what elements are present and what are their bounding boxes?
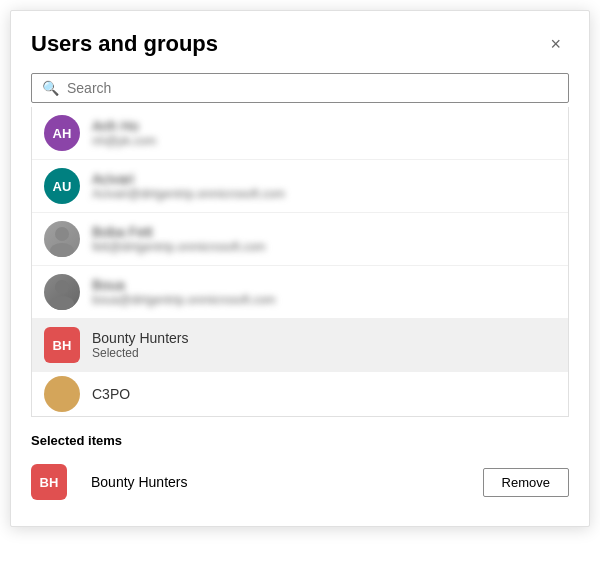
item-email: fett@dirtgentrip.onmicrosoft.com	[92, 240, 266, 254]
user-silhouette	[44, 221, 80, 257]
avatar: BH	[44, 327, 80, 363]
selected-items-title: Selected items	[31, 433, 569, 448]
search-input[interactable]	[67, 80, 558, 96]
svg-point-1	[50, 243, 74, 257]
item-info: Anh Ho nh@pk.com	[92, 118, 156, 148]
users-groups-dialog: Users and groups × 🔍 AH Anh Ho nh@pk.com…	[10, 10, 590, 527]
avatar-photo	[44, 274, 80, 310]
avatar: AU	[44, 168, 80, 204]
close-button[interactable]: ×	[542, 31, 569, 57]
dialog-header: Users and groups ×	[31, 31, 569, 57]
selected-item-row: BH Bounty Hunters Remove	[31, 458, 569, 506]
svg-point-0	[55, 227, 69, 241]
item-name: Boua	[92, 277, 276, 293]
selected-avatar: BH	[31, 464, 67, 500]
item-name: C3PO	[92, 386, 130, 402]
svg-point-3	[50, 296, 74, 310]
item-info: Boua boua@dirtgentrip.onmicrosoft.com	[92, 277, 276, 307]
selected-item-name: Bounty Hunters	[91, 474, 483, 490]
svg-point-2	[55, 280, 69, 294]
selected-items-section: Selected items BH Bounty Hunters Remove	[31, 433, 569, 506]
list-item[interactable]: Boba Fett fett@dirtgentrip.onmicrosoft.c…	[32, 213, 568, 266]
item-name: Bounty Hunters	[92, 330, 189, 346]
item-name: Acivari	[92, 171, 285, 187]
list-item[interactable]: AH Anh Ho nh@pk.com	[32, 107, 568, 160]
avatar	[44, 376, 80, 412]
avatar: AH	[44, 115, 80, 151]
item-name: Boba Fett	[92, 224, 266, 240]
list-item-partial[interactable]: C3PO	[32, 372, 568, 416]
list-item[interactable]: AU Acivari Acivari@dirtgentrip.onmicroso…	[32, 160, 568, 213]
avatar-photo	[44, 221, 80, 257]
list-item-bounty-hunters[interactable]: BH Bounty Hunters Selected	[32, 319, 568, 372]
item-info: Bounty Hunters Selected	[92, 330, 189, 360]
user-list: AH Anh Ho nh@pk.com AU Acivari Acivari@d…	[31, 107, 569, 417]
item-selected-label: Selected	[92, 346, 189, 360]
item-email: nh@pk.com	[92, 134, 156, 148]
dialog-title: Users and groups	[31, 31, 218, 57]
search-box: 🔍	[31, 73, 569, 103]
item-email: boua@dirtgentrip.onmicrosoft.com	[92, 293, 276, 307]
remove-button[interactable]: Remove	[483, 468, 569, 497]
item-name: Anh Ho	[92, 118, 156, 134]
item-info: Boba Fett fett@dirtgentrip.onmicrosoft.c…	[92, 224, 266, 254]
item-info: Acivari Acivari@dirtgentrip.onmicrosoft.…	[92, 171, 285, 201]
list-item[interactable]: Boua boua@dirtgentrip.onmicrosoft.com	[32, 266, 568, 319]
item-email: Acivari@dirtgentrip.onmicrosoft.com	[92, 187, 285, 201]
user-silhouette	[44, 274, 80, 310]
search-icon: 🔍	[42, 80, 59, 96]
